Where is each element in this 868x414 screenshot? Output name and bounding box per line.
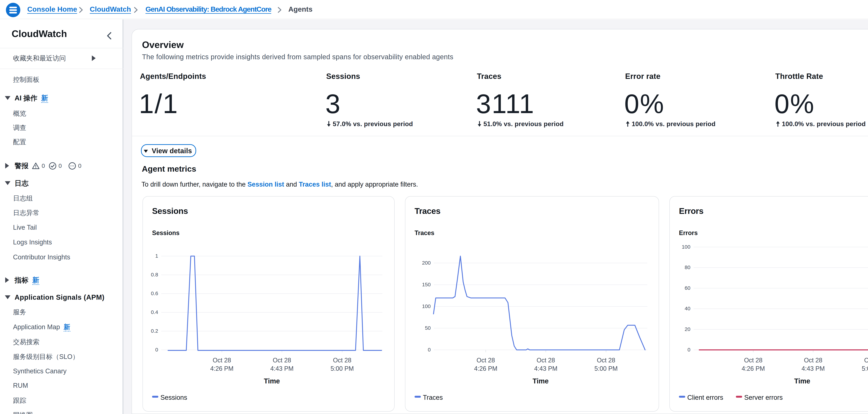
svg-text:4:26 PM: 4:26 PM xyxy=(474,365,497,372)
svg-text:0.2: 0.2 xyxy=(151,328,158,334)
svg-text:0.8: 0.8 xyxy=(151,272,158,277)
svg-text:0.6: 0.6 xyxy=(151,291,158,296)
svg-text:Traces: Traces xyxy=(414,229,434,236)
svg-text:100: 100 xyxy=(682,244,690,250)
svg-text:Oct 28: Oct 28 xyxy=(744,357,763,364)
svg-text:Oct 28: Oct 28 xyxy=(273,357,291,364)
svg-text:4:26 PM: 4:26 PM xyxy=(742,365,765,372)
svg-text:Oct 28: Oct 28 xyxy=(333,357,351,364)
svg-text:4:26 PM: 4:26 PM xyxy=(210,365,234,372)
svg-text:0: 0 xyxy=(155,347,158,353)
svg-text:Oct 28: Oct 28 xyxy=(536,357,555,364)
svg-text:Oct 28: Oct 28 xyxy=(476,357,495,364)
svg-text:200: 200 xyxy=(422,260,431,266)
svg-text:Time: Time xyxy=(794,377,810,385)
svg-text:40: 40 xyxy=(685,305,690,311)
svg-text:0.4: 0.4 xyxy=(151,309,158,315)
svg-text:1: 1 xyxy=(155,253,158,259)
svg-text:4:43 PM: 4:43 PM xyxy=(534,365,557,372)
svg-text:150: 150 xyxy=(422,282,431,287)
svg-text:Traces: Traces xyxy=(423,394,443,401)
svg-text:Server errors: Server errors xyxy=(744,394,783,401)
svg-text:5:00 PM: 5:00 PM xyxy=(331,365,354,372)
svg-text:Time: Time xyxy=(264,377,280,385)
svg-text:0: 0 xyxy=(687,347,690,353)
svg-text:5:00 PM: 5:00 PM xyxy=(594,365,618,372)
svg-text:Time: Time xyxy=(533,377,549,385)
svg-text:100: 100 xyxy=(422,303,431,309)
svg-text:Oct 28: Oct 28 xyxy=(864,357,868,364)
svg-text:20: 20 xyxy=(685,326,690,332)
svg-text:4:43 PM: 4:43 PM xyxy=(802,365,825,372)
svg-text:Oct 28: Oct 28 xyxy=(804,357,823,364)
svg-text:80: 80 xyxy=(685,264,690,270)
svg-text:50: 50 xyxy=(425,325,431,331)
svg-text:Sessions: Sessions xyxy=(160,394,187,401)
svg-text:Client errors: Client errors xyxy=(687,394,723,401)
svg-text:Oct 28: Oct 28 xyxy=(597,357,615,364)
svg-text:4:43 PM: 4:43 PM xyxy=(270,365,293,372)
svg-text:60: 60 xyxy=(685,285,690,291)
svg-text:Oct 28: Oct 28 xyxy=(213,357,231,364)
svg-text:0: 0 xyxy=(428,347,431,353)
svg-text:Errors: Errors xyxy=(679,229,698,236)
svg-text:Sessions: Sessions xyxy=(152,229,180,236)
svg-text:5:00 PM: 5:00 PM xyxy=(862,365,868,372)
